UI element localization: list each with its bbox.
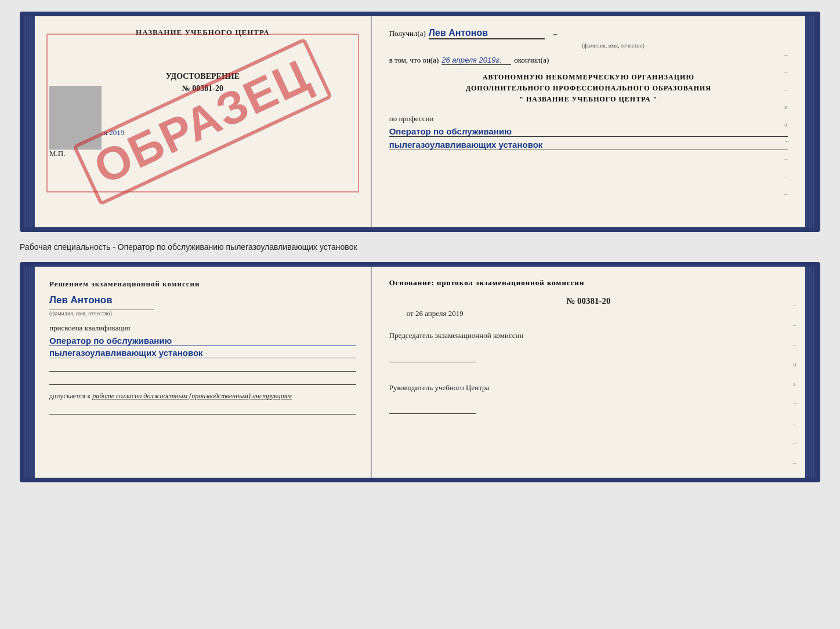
rukovoditel-label: Руководитель учебного Центра	[389, 382, 788, 394]
org-block: АВТОНОМНУЮ НЕКОММЕРЧЕСКУЮ ОРГАНИЗАЦИЮ ДО…	[389, 72, 788, 106]
prisvoena-label: присвоена квалификация	[49, 323, 356, 333]
profession-line1: Оператор по обслуживанию	[389, 126, 788, 137]
rukovoditel-sig-line	[389, 413, 476, 414]
predsedatel-label: Председатель экзаменационной комиссии	[389, 330, 788, 341]
predsedatel-sig-line	[389, 362, 476, 362]
bottom-left-page: Решением экзаменационной комиссии Лев Ан…	[35, 267, 372, 478]
qual-line1: Оператор по обслуживанию	[49, 336, 356, 346]
udostoverenie-label: УДОСТОВЕРЕНИЕ	[49, 72, 356, 81]
profession-line2: пылегазоулавливающих установок	[389, 140, 788, 150]
po-professii-label: по профессии	[389, 114, 788, 123]
vtom-date: 26 апреля 2019г.	[441, 56, 511, 65]
bottom-name-cursive: Лев Антонов	[49, 294, 356, 306]
dopuskaetsya-value: работе согласно должностным (производств…	[92, 392, 292, 400]
recipient-name: Лев Антонов	[429, 28, 545, 39]
date-line: в том, что он(а) 26 апреля 2019г. окончи…	[389, 56, 788, 65]
vtom-label: в том, что он(а)	[389, 56, 439, 65]
top-document: НАЗВАНИЕ УЧЕБНОГО ЦЕНТРА УДОСТОВЕРЕНИЕ №…	[20, 12, 820, 232]
poluchil-label: Получил(а)	[389, 29, 426, 38]
bottom-document: Решением экзаменационной комиссии Лев Ан…	[20, 262, 820, 482]
okonchil-label: окончил(а)	[514, 56, 549, 65]
top-right-page: Получил(а) Лев Антонов – (фамилия, имя, …	[372, 16, 805, 227]
protocol-date-value: 26 апреля 2019	[415, 309, 464, 318]
blank-line-2	[49, 376, 356, 385]
bottom-fio-subtitle: (фамилия, имя, отчество)	[49, 310, 154, 317]
cert-title: НАЗВАНИЕ УЧЕБНОГО ЦЕНТРА	[49, 28, 356, 37]
dopuskaetsya-label: допускается к	[49, 392, 90, 400]
blank-line-1	[49, 363, 356, 372]
fio-subtitle-top: (фамилия, имя, отчество)	[439, 42, 788, 49]
mp-label: М.П.	[49, 149, 356, 158]
org-line2: ДОПОЛНИТЕЛЬНОГО ПРОФЕССИОНАЛЬНОГО ОБРАЗО…	[389, 83, 788, 94]
ot-label: от	[407, 309, 414, 318]
book-spine-bottom-left	[24, 267, 35, 478]
photo-placeholder	[49, 86, 102, 150]
between-label: Рабочая специальность - Оператор по обсл…	[20, 238, 820, 256]
org-line1: АВТОНОМНУЮ НЕКОММЕРЧЕСКУЮ ОРГАНИЗАЦИЮ	[389, 72, 788, 83]
page-wrapper: НАЗВАНИЕ УЧЕБНОГО ЦЕНТРА УДОСТОВЕРЕНИЕ №…	[20, 12, 820, 482]
org-line3: " НАЗВАНИЕ УЧЕБНОГО ЦЕНТРА "	[389, 94, 788, 105]
book-spine-bottom-right	[805, 267, 816, 478]
protocol-date: от 26 апреля 2019	[407, 309, 788, 318]
blank-line-3	[49, 406, 356, 415]
obrazets-stamp: ОБРАЗЕЦ	[73, 38, 333, 206]
osnovaniye-title: Основание: протокол экзаменационной коми…	[389, 278, 788, 288]
side-dashes-top: – – – и а ← – – –	[784, 51, 791, 197]
book-spine-left	[24, 16, 35, 227]
top-left-page: НАЗВАНИЕ УЧЕБНОГО ЦЕНТРА УДОСТОВЕРЕНИЕ №…	[35, 16, 372, 227]
predsedatel-block: Председатель экзаменационной комиссии	[389, 330, 788, 365]
book-spine-right	[805, 16, 816, 227]
qual-line2: пылегазоулавливающих установок	[49, 348, 356, 358]
dash1: –	[553, 29, 557, 38]
rukovoditel-block: Руководитель учебного Центра	[389, 382, 788, 417]
resheniyem-label: Решением экзаменационной комиссии	[49, 278, 356, 290]
dopuskaetsya-block: допускается к работе согласно должностны…	[49, 391, 356, 401]
protocol-number: № 00381-20	[389, 296, 788, 306]
recipient-line: Получил(а) Лев Антонов –	[389, 28, 788, 39]
bottom-right-page: Основание: протокол экзаменационной коми…	[372, 267, 805, 478]
side-dashes-bottom: – – – и а ← – – –	[793, 301, 799, 466]
